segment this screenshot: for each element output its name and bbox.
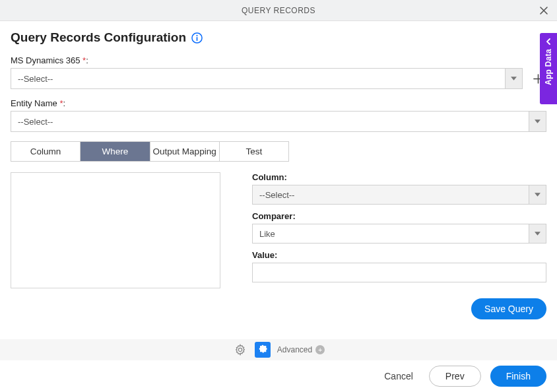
- tab-where[interactable]: Where: [81, 142, 150, 161]
- where-column-select[interactable]: --Select--: [252, 185, 546, 205]
- close-button[interactable]: [536, 3, 552, 18]
- where-column-label: Column:: [252, 172, 546, 182]
- dialog-titlebar: QUERY RECORDS: [0, 0, 557, 21]
- chevron-down-icon: [529, 112, 546, 131]
- app-data-label: App Data: [544, 49, 553, 85]
- where-column-field: Column: --Select--: [252, 172, 546, 205]
- prev-button[interactable]: Prev: [429, 366, 481, 387]
- tab-column[interactable]: Column: [11, 142, 81, 161]
- query-tabs: Column Where Output Mapping Test: [11, 141, 289, 162]
- cancel-button[interactable]: Cancel: [377, 367, 420, 385]
- entity-select[interactable]: --Select--: [11, 111, 546, 132]
- finish-button[interactable]: Finish: [490, 366, 546, 387]
- plus-circle-icon: +: [315, 345, 325, 354]
- where-comparer-select[interactable]: Like: [252, 224, 546, 244]
- chevron-left-icon: [545, 38, 552, 45]
- action-row: Cancel Prev Finish: [0, 360, 557, 392]
- where-value-label: Value:: [252, 250, 546, 260]
- advanced-label: Advanced: [277, 345, 312, 354]
- dynamics-field: MS Dynamics 365 *: --Select--: [11, 55, 546, 89]
- where-comparer-value: Like: [253, 229, 529, 239]
- dynamics-select[interactable]: --Select--: [11, 68, 523, 89]
- info-icon[interactable]: [191, 32, 203, 44]
- where-panel: Column: --Select-- Comparer: Like: [11, 172, 546, 289]
- footer-bar: Advanced +: [0, 339, 557, 360]
- conditions-list[interactable]: [11, 172, 220, 288]
- chevron-down-icon: [529, 224, 546, 243]
- where-comparer-field: Comparer: Like: [252, 211, 546, 244]
- where-comparer-label: Comparer:: [252, 211, 546, 221]
- entity-label-colon: :: [63, 98, 66, 108]
- where-value-input[interactable]: [252, 263, 546, 282]
- dynamics-select-value: --Select--: [11, 74, 505, 84]
- tab-output-mapping[interactable]: Output Mapping: [150, 142, 220, 161]
- chevron-down-icon: [529, 185, 546, 204]
- entity-label: Entity Name *:: [11, 98, 546, 108]
- where-value-field: Value:: [252, 250, 546, 282]
- entity-label-text: Entity Name: [11, 98, 57, 108]
- entity-field: Entity Name *: --Select--: [11, 98, 546, 132]
- tab-test[interactable]: Test: [220, 142, 288, 161]
- page-title-row: Query Records Configuration: [11, 30, 546, 45]
- app-data-side-tab[interactable]: App Data: [540, 33, 557, 104]
- gear-icon: [234, 344, 246, 356]
- save-query-row: Save Query: [11, 298, 546, 319]
- dynamics-label-text: MS Dynamics 365: [11, 55, 80, 65]
- svg-point-1: [196, 34, 197, 36]
- entity-select-value: --Select--: [11, 117, 529, 127]
- dynamics-label-colon: :: [86, 55, 88, 65]
- svg-rect-2: [197, 37, 198, 41]
- integration-button[interactable]: [255, 342, 271, 358]
- close-icon: [539, 6, 548, 15]
- settings-button[interactable]: [232, 342, 248, 358]
- dynamics-label: MS Dynamics 365 *:: [11, 55, 546, 65]
- save-query-button[interactable]: Save Query: [471, 298, 546, 319]
- dialog-title: QUERY RECORDS: [0, 6, 557, 15]
- where-column-value: --Select--: [253, 190, 529, 200]
- condition-editor: Column: --Select-- Comparer: Like: [252, 172, 546, 289]
- dialog-content: Query Records Configuration MS Dynamics …: [0, 21, 557, 319]
- page-title: Query Records Configuration: [11, 30, 186, 45]
- puzzle-icon: [257, 344, 268, 355]
- advanced-toggle[interactable]: Advanced +: [277, 345, 325, 354]
- chevron-down-icon: [505, 69, 522, 88]
